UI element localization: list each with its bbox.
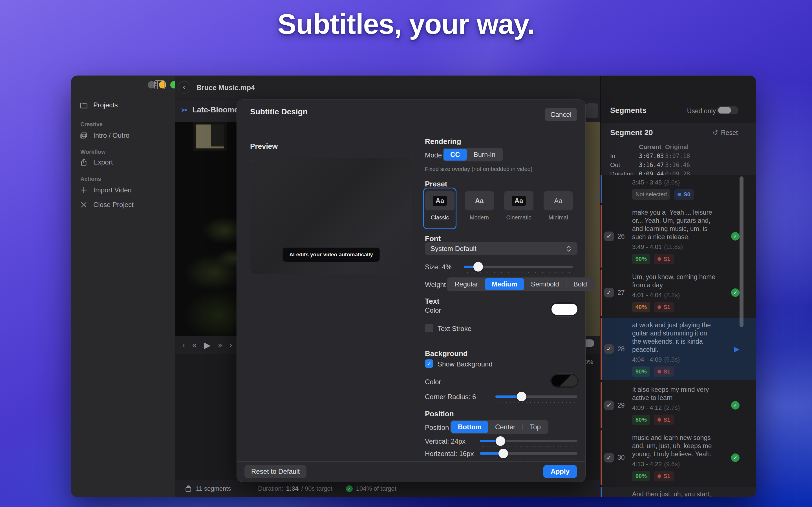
text-color-swatch[interactable]	[552, 304, 577, 315]
confidence-badge: 40%	[632, 302, 650, 313]
sidebar-item-label: Projects	[93, 101, 118, 109]
play-segment-icon[interactable]: ▶	[734, 345, 740, 353]
sidebar-item-projects[interactable]: Projects	[80, 101, 118, 109]
segment-checkbox-checked[interactable]: ✓	[604, 288, 614, 297]
sidebar-item-intro-outro[interactable]: Intro / Outro	[80, 131, 130, 139]
share-export-icon	[80, 158, 88, 166]
vertical-slider[interactable]	[480, 440, 577, 442]
text-stroke-label: Text Stroke	[438, 325, 471, 333]
background-color-swatch[interactable]	[552, 375, 577, 386]
segment-reset-button[interactable]: ↺ Reset	[713, 129, 738, 136]
segment-transcript: make you a- Yeah ... leisure or... Yeah.…	[632, 209, 717, 241]
segment-checkbox-checked[interactable]: ✓	[604, 231, 614, 241]
segment-row[interactable]: ✓ 26 make you a- Yeah ... leisure or... …	[601, 205, 756, 268]
weight-bold[interactable]: Bold	[567, 278, 594, 290]
mode-cc-option[interactable]: CC	[444, 149, 467, 161]
app-window: Projects Creative Intro / Outro Workflow…	[71, 75, 756, 497]
reset-to-default-button[interactable]: Reset to Default	[245, 465, 306, 478]
toggle-knob	[718, 107, 731, 114]
sidebar-item-import-video[interactable]: Import Video	[80, 186, 132, 194]
segment-list[interactable]: 3:45 - 3:48(3.6s) Not selected S0 ✓ 26 m…	[601, 175, 756, 497]
position-center[interactable]: Center	[488, 421, 522, 433]
apply-button[interactable]: Apply	[543, 465, 577, 478]
segment-row[interactable]: ✓ 27 Um, you know, coming home from a da…	[601, 270, 756, 316]
status-bar: 11 segments Duration: 1:34 / 90s target …	[175, 480, 601, 497]
segments-header: Segments Used only	[601, 76, 756, 124]
next-frame-button[interactable]: ›	[230, 341, 232, 349]
text-stroke-checkbox[interactable]	[425, 324, 434, 332]
position-top[interactable]: Top	[523, 421, 548, 433]
slider-thumb[interactable]	[499, 449, 508, 458]
segment-row[interactable]: ✓ 30 music and learn new songs and, um, …	[601, 431, 756, 485]
corner-radius-label: Corner Radius: 6	[425, 393, 476, 401]
segment-checkbox-checked[interactable]: ✓	[604, 453, 614, 462]
play-button[interactable]: ▶	[204, 340, 211, 350]
weight-medium[interactable]: Medium	[485, 278, 524, 290]
corner-radius-slider[interactable]	[495, 395, 577, 398]
tab-late-bloomer[interactable]: ✂ Late-Bloome	[181, 105, 239, 115]
slider-ticks	[498, 402, 575, 403]
preset-modern[interactable]: Aa Modern	[463, 187, 496, 229]
sidebar-item-close-project[interactable]: Close Project	[80, 201, 134, 209]
position-bottom[interactable]: Bottom	[451, 421, 488, 433]
weight-regular[interactable]: Regular	[448, 278, 485, 290]
sidebar-item-export[interactable]: Export	[80, 158, 113, 166]
position-label: Position	[425, 424, 449, 432]
back-button[interactable]: ‹	[178, 81, 190, 94]
segment-row[interactable]: ✓ 29 It also keeps my mind very active t…	[601, 382, 756, 429]
slider-ticks	[482, 446, 575, 447]
in-original: 3:07.18	[665, 153, 693, 159]
segment-row-partial[interactable]: 3:45 - 3:48(3.6s) Not selected S0	[601, 175, 756, 203]
segment-row-selected[interactable]: ✓ 28 at work and just playing the guitar…	[601, 318, 756, 380]
fast-forward-button[interactable]: »	[218, 341, 222, 349]
slider-thumb[interactable]	[496, 436, 505, 446]
status-badge: Not selected	[632, 189, 670, 200]
target-percent: 104% of target	[356, 485, 396, 492]
slider-thumb[interactable]	[517, 392, 526, 401]
approved-check-icon: ✓	[731, 288, 740, 297]
show-background-checkbox[interactable]: ✓	[425, 359, 434, 368]
modal-header: Subtitle Design Cancel	[237, 100, 585, 123]
mode-burnin-option[interactable]: Burn-in	[467, 149, 502, 161]
weight-semibold[interactable]: Semibold	[524, 278, 566, 290]
plus-icon	[80, 186, 88, 194]
used-only-toggle[interactable]	[717, 106, 739, 114]
out-current: 3:16.47	[639, 162, 665, 168]
segment-row-partial[interactable]: And then just, uh, you start, you guys, …	[601, 487, 756, 497]
segment-count: 11 segments	[196, 485, 231, 492]
sidebar-section-creative: Creative	[80, 121, 103, 128]
slider-ticks	[467, 272, 570, 273]
rewind-button[interactable]: «	[192, 341, 197, 349]
preset-classic[interactable]: Aa Classic	[423, 187, 456, 229]
horizontal-slider[interactable]	[480, 452, 577, 455]
segments-panel: Segments Used only Segment 20 ↺ Reset Cu…	[600, 76, 756, 497]
sidebar-toggle-icon[interactable]	[154, 80, 165, 89]
in-current: 3:07.03	[639, 153, 665, 159]
segment-number: 26	[617, 233, 632, 240]
scrollbar-thumb[interactable]	[740, 176, 744, 327]
text-color-label: Color	[425, 306, 441, 314]
segment-transcript: And then just, uh, you start, you guys, …	[632, 490, 717, 497]
preset-cinematic[interactable]: Aa Cinematic	[502, 187, 536, 229]
undo-icon: ↺	[713, 129, 718, 136]
speaker-color-bar	[601, 382, 602, 429]
vertical-label: Vertical: 24px	[425, 438, 465, 445]
position-segmented-control: Bottom Center Top	[450, 420, 548, 434]
segments-heading: Segments	[610, 106, 647, 115]
slider-thumb[interactable]	[473, 262, 483, 272]
position-heading: Position	[425, 409, 454, 418]
segment-checkbox-checked[interactable]: ✓	[604, 344, 614, 354]
prev-frame-button[interactable]: ‹	[183, 341, 185, 349]
font-family-select[interactable]: System Default	[425, 242, 577, 255]
font-size-slider[interactable]	[464, 266, 573, 268]
tab-options-button[interactable]	[585, 103, 598, 118]
preset-minimal[interactable]: Aa Minimal	[542, 187, 575, 229]
cancel-button[interactable]: Cancel	[545, 108, 577, 121]
photos-icon	[80, 131, 88, 139]
segment-checkbox-checked[interactable]: ✓	[604, 400, 614, 410]
sidebar-item-label: Export	[93, 158, 113, 166]
horizontal-label: Horizontal: 16px	[425, 450, 474, 458]
show-background-label: Show Background	[438, 360, 493, 368]
slider-ticks	[482, 459, 575, 459]
col-current: Current	[639, 144, 665, 151]
